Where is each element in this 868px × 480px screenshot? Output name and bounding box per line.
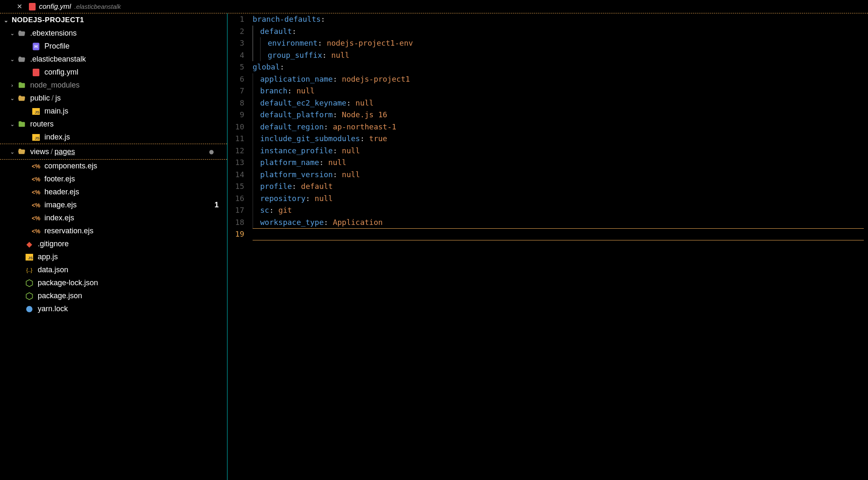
chevron-down-icon: ⌄ bbox=[8, 56, 16, 62]
close-icon[interactable]: ✕ bbox=[17, 3, 22, 10]
ejs-icon: <% bbox=[32, 227, 40, 235]
ejs-icon: <% bbox=[32, 201, 40, 209]
js-icon: JS bbox=[25, 253, 34, 261]
tree-item-label: routers bbox=[30, 120, 54, 129]
line-number: 11 bbox=[227, 133, 244, 145]
folder-green-icon bbox=[18, 120, 26, 129]
folder-node-modules[interactable]: ›node_modules bbox=[0, 79, 227, 92]
code-line[interactable]: default_platform: Node.js 16 bbox=[253, 109, 868, 121]
code-line[interactable]: global: bbox=[253, 61, 868, 73]
file-yarn-lock[interactable]: yarn.lock bbox=[0, 302, 227, 315]
file-components-ejs[interactable]: <%components.ejs bbox=[0, 160, 227, 173]
code-line[interactable]: platform_name: null bbox=[253, 157, 868, 169]
code-line[interactable]: default_region: ap-northeast-1 bbox=[253, 121, 868, 133]
tree-item-label: views bbox=[30, 147, 49, 156]
line-number: 17 bbox=[227, 204, 244, 217]
file-header-ejs[interactable]: <%header.ejs bbox=[0, 186, 227, 199]
yarn-icon bbox=[25, 305, 34, 313]
file-footer-ejs[interactable]: <%footer.ejs bbox=[0, 173, 227, 186]
code-area[interactable]: branch-defaults:default:environment: nod… bbox=[253, 13, 868, 480]
file-reservation-ejs[interactable]: <%reservation.ejs bbox=[0, 225, 227, 237]
code-line[interactable]: branch-defaults: bbox=[253, 13, 868, 26]
path-separator: / bbox=[52, 94, 54, 103]
chevron-down-icon: ⌄ bbox=[8, 149, 16, 155]
file-index-js[interactable]: JSindex.js bbox=[0, 131, 227, 144]
code-line[interactable]: platform_version: null bbox=[253, 169, 868, 181]
code-line[interactable]: default: bbox=[253, 26, 868, 38]
node-icon bbox=[25, 292, 34, 300]
line-number-gutter: 12345678910111213141516171819 bbox=[227, 13, 253, 480]
line-number: 18 bbox=[227, 217, 244, 229]
tree-item-label: package.json bbox=[38, 292, 82, 300]
tree-item-subpath: pages bbox=[54, 147, 75, 156]
line-number: 1 bbox=[227, 13, 244, 26]
folder-open-icon bbox=[18, 55, 26, 64]
ejs-icon: <% bbox=[32, 162, 40, 170]
tree-item-label: app.js bbox=[38, 253, 58, 261]
tab-config-yml[interactable]: ✕ config.yml .elasticbeanstalk bbox=[13, 1, 125, 13]
line-number: 5 bbox=[227, 61, 244, 73]
node-icon bbox=[25, 279, 34, 287]
tree-item-label: footer.ejs bbox=[44, 175, 75, 183]
folder-views[interactable]: ⌄views/pages● bbox=[0, 144, 227, 160]
code-line[interactable]: application_name: nodejs-project1 bbox=[253, 73, 868, 85]
file-index-ejs[interactable]: <%index.ejs bbox=[0, 212, 227, 225]
folder-public[interactable]: ⌄public/js bbox=[0, 92, 227, 105]
tab-bar: ✕ config.yml .elasticbeanstalk bbox=[0, 0, 868, 13]
tree-item-label: main.js bbox=[44, 107, 68, 116]
code-line[interactable]: include_git_submodules: true bbox=[253, 133, 868, 145]
file-app-js[interactable]: JSapp.js bbox=[0, 250, 227, 263]
folder--elasticbeanstalk[interactable]: ⌄.elasticbeanstalk bbox=[0, 53, 227, 66]
ejs-icon: <% bbox=[32, 214, 40, 222]
code-line[interactable]: environment: nodejs-project1-env bbox=[253, 37, 868, 49]
ejs-icon: <% bbox=[32, 175, 40, 183]
yaml-file-icon bbox=[29, 3, 36, 10]
code-line[interactable]: branch: null bbox=[253, 85, 868, 97]
line-number: 12 bbox=[227, 145, 244, 157]
code-line[interactable]: workspace_type: Application bbox=[253, 217, 868, 229]
file-data-json[interactable]: {..}data.json bbox=[0, 263, 227, 276]
code-line[interactable] bbox=[253, 228, 868, 240]
folder--ebextensions[interactable]: ⌄.ebextensions bbox=[0, 27, 227, 40]
code-line[interactable]: sc: git bbox=[253, 204, 868, 217]
file-package-lock-json[interactable]: package-lock.json bbox=[0, 276, 227, 289]
file-procfile[interactable]: HProcfile bbox=[0, 40, 227, 53]
tree-item-label: package-lock.json bbox=[38, 279, 98, 287]
svg-marker-0 bbox=[26, 279, 33, 286]
line-number: 3 bbox=[227, 37, 244, 49]
file-package-json[interactable]: package.json bbox=[0, 289, 227, 302]
code-line[interactable]: repository: null bbox=[253, 193, 868, 205]
file-config-yml[interactable]: config.yml bbox=[0, 66, 227, 79]
tree-item-label: .ebextensions bbox=[30, 29, 77, 38]
tree-item-label: components.ejs bbox=[44, 162, 97, 170]
svg-marker-1 bbox=[26, 292, 33, 299]
line-number: 19 bbox=[227, 228, 244, 240]
line-number: 16 bbox=[227, 193, 244, 205]
tab-path: .elasticbeanstalk bbox=[75, 3, 121, 10]
file-main-js[interactable]: JSmain.js bbox=[0, 105, 227, 118]
tree-item-label: header.ejs bbox=[44, 188, 79, 196]
chevron-down-icon: ⌄ bbox=[8, 95, 16, 101]
project-header[interactable]: ⌄ NODEJS-PROJECT1 bbox=[0, 13, 227, 27]
line-number: 8 bbox=[227, 97, 244, 109]
code-line[interactable]: profile: default bbox=[253, 181, 868, 193]
line-number: 4 bbox=[227, 49, 244, 62]
tree-item-label: Procfile bbox=[44, 42, 70, 51]
yml-icon bbox=[32, 68, 40, 77]
file--gitignore[interactable]: ◆.gitignore bbox=[0, 237, 227, 250]
chevron-right-icon: › bbox=[8, 82, 16, 88]
line-number: 13 bbox=[227, 157, 244, 169]
folder-routers[interactable]: ⌄routers bbox=[0, 118, 227, 131]
heroku-icon: H bbox=[32, 42, 40, 51]
file-explorer[interactable]: ⌄ NODEJS-PROJECT1 ⌄.ebextensionsHProcfil… bbox=[0, 13, 227, 480]
chevron-down-icon: ⌄ bbox=[8, 121, 16, 127]
code-line[interactable]: group_suffix: null bbox=[253, 49, 868, 62]
tree-item-label: data.json bbox=[38, 266, 68, 274]
code-line[interactable]: default_ec2_keyname: null bbox=[253, 97, 868, 109]
file-image-ejs[interactable]: <%image.ejs1 bbox=[0, 199, 227, 212]
code-editor[interactable]: 12345678910111213141516171819 branch-def… bbox=[227, 13, 868, 480]
folder-yellow-icon bbox=[18, 94, 26, 103]
code-line[interactable]: instance_profile: null bbox=[253, 145, 868, 157]
tree-item-label: image.ejs bbox=[44, 201, 77, 209]
tree-item-subpath: js bbox=[55, 94, 61, 103]
